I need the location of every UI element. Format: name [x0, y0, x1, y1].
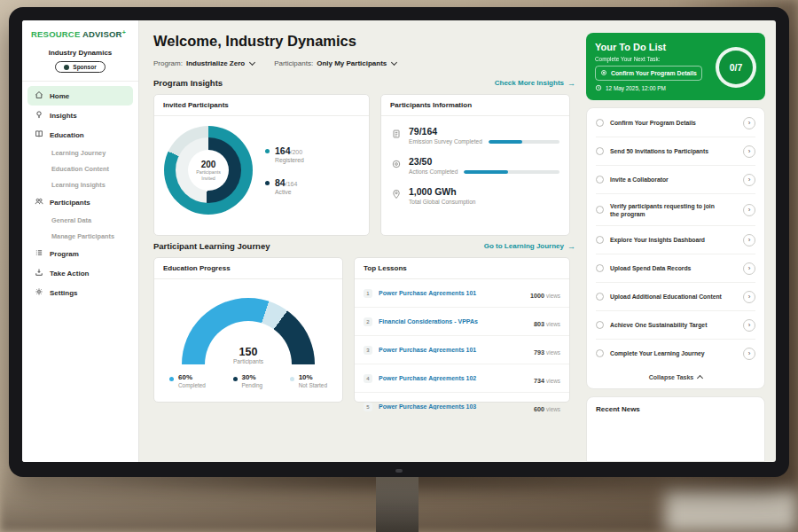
sidebar-item-education[interactable]: Education [27, 125, 133, 145]
lesson-link[interactable]: Power Purchase Agreements 101 [379, 290, 524, 296]
sidebar-nav: Home Insights Education Learning Journey… [22, 82, 138, 307]
lesson-row: 4 Power Purchase Agreements 102 734views [355, 364, 569, 393]
task-checkbox[interactable] [596, 349, 604, 357]
clock-icon [595, 84, 602, 92]
sidebar-item-settings[interactable]: Settings [27, 283, 133, 302]
sidebar-item-manage-participants[interactable]: Manage Participants [27, 228, 133, 244]
education-card-body: 150 Participants 60% Completed [154, 279, 342, 398]
task-chevron-button[interactable]: › [743, 234, 755, 246]
chevron-right-icon: › [748, 176, 751, 184]
logo-text-secondary: ADVISOR [82, 29, 122, 39]
chevron-right-icon: › [748, 293, 751, 301]
task-checkbox[interactable] [596, 236, 604, 244]
card-title: Education Progress [154, 258, 342, 279]
donut-center-label: Participants Invited [191, 169, 226, 181]
lesson-rank: 1 [364, 289, 372, 298]
task-chevron-button[interactable]: › [743, 145, 755, 158]
education-gauge-chart: 150 Participants [182, 298, 315, 364]
stat-label: Actions Completed [409, 168, 458, 175]
task-list-card: Confirm Your Program Details › Send 50 I… [586, 107, 765, 389]
sidebar-item-program[interactable]: Program [27, 244, 133, 263]
task-checkbox[interactable] [596, 293, 604, 301]
todo-title: Your To Do List [595, 42, 702, 52]
collapse-tasks-link[interactable]: Collapse Tasks [596, 367, 755, 388]
check-more-insights-link[interactable]: Check More Insights → [495, 79, 575, 88]
gauge-legend: 60% Completed 30% Pending [164, 368, 332, 388]
gear-icon [35, 287, 43, 298]
go-to-learning-journey-link[interactable]: Go to Learning Journey → [484, 242, 575, 251]
registered-total: /200 [291, 149, 303, 155]
task-chevron-button[interactable]: › [743, 174, 755, 186]
sidebar-item-learning-journey[interactable]: Learning Journey [27, 145, 133, 160]
participants-dropdown[interactable]: Participants: Only My Participants [274, 59, 396, 67]
task-chevron-button[interactable]: › [743, 204, 755, 216]
task-checkbox[interactable] [596, 321, 604, 329]
sidebar-item-education-content[interactable]: Education Content [27, 160, 133, 176]
active-total: /164 [286, 181, 298, 187]
task-label: Explore Your Insights Dashboard [610, 236, 705, 244]
sidebar-item-general-data[interactable]: General Data [27, 212, 133, 228]
chevron-up-icon [697, 375, 703, 381]
sidebar-item-participants[interactable]: Participants [27, 192, 133, 212]
chevron-right-icon: › [748, 148, 751, 155]
lesson-link[interactable]: Power Purchase Agreements 103 [379, 403, 528, 410]
task-item[interactable]: Achieve One Sustainability Target › [596, 311, 755, 340]
legend-label: Pending [242, 382, 262, 388]
task-item[interactable]: Verify participants requesting to join t… [596, 194, 755, 226]
sidebar-item-insights[interactable]: Insights [27, 106, 133, 125]
power-led [395, 469, 403, 473]
lesson-row: 2 Financial Considerations - VPPAs 803vi… [355, 308, 569, 336]
task-item[interactable]: Explore Your Insights Dashboard › [596, 226, 755, 254]
task-item[interactable]: Complete Your Learning Journey › [596, 340, 755, 367]
task-checkbox[interactable] [596, 119, 604, 127]
lesson-views-count: 1000 [530, 292, 544, 300]
next-task-chip[interactable]: Confirm Your Program Details [595, 66, 702, 81]
lesson-link[interactable]: Power Purchase Agreements 101 [379, 347, 528, 353]
participants-dropdown-label: Participants: [274, 59, 313, 67]
task-chevron-button[interactable]: › [743, 348, 755, 360]
sidebar-item-home[interactable]: Home [27, 86, 133, 106]
legend-item-active: 84/164 Active [265, 177, 304, 195]
learning-journey-header: Participant Learning Journey Go to Learn… [153, 241, 575, 251]
participants-information-card: Participants Information 79/164 Emission… [380, 94, 570, 236]
task-item[interactable]: Upload Additional Educational Content › [596, 283, 755, 311]
stat-value: 1,000 GWh [409, 186, 559, 197]
task-checkbox[interactable] [596, 147, 604, 155]
arrow-right-icon: → [567, 79, 575, 88]
lesson-link[interactable]: Power Purchase Agreements 102 [379, 375, 528, 381]
task-chevron-button[interactable]: › [743, 319, 755, 332]
lesson-link[interactable]: Financial Considerations - VPPAs [379, 318, 528, 325]
task-chevron-button[interactable]: › [743, 291, 755, 303]
chevron-right-icon: › [748, 350, 751, 357]
sidebar-item-take-action[interactable]: Take Action [27, 263, 133, 283]
sidebar-item-label: Insights [50, 112, 77, 120]
people-icon [35, 197, 43, 207]
task-chevron-button[interactable]: › [743, 117, 755, 129]
next-task-label: Confirm Your Program Details [611, 70, 697, 76]
sponsor-icon [64, 65, 69, 70]
stat-progress-bar [464, 170, 559, 174]
registered-value: 164 [275, 145, 291, 156]
todo-summary-card: Your To Do List Complete Your Next Task:… [586, 33, 765, 100]
legend-value: 30% [242, 373, 262, 381]
task-chevron-button[interactable]: › [743, 262, 755, 275]
lesson-views-unit: views [546, 321, 560, 327]
stat-progress-fill [464, 170, 508, 174]
task-item[interactable]: Upload Spend Data Records › [596, 254, 755, 283]
task-item[interactable]: Confirm Your Program Details › [596, 109, 755, 137]
task-label: Upload Additional Educational Content [610, 293, 722, 301]
program-dropdown[interactable]: Program: Industrialize Zero [153, 59, 254, 67]
lesson-rank: 4 [364, 374, 372, 383]
book-icon [35, 129, 43, 140]
main-content: Welcome, Industry Dynamics Program: Indu… [139, 20, 586, 462]
chevron-right-icon: › [748, 237, 751, 244]
sidebar-item-label: Participants [50, 199, 90, 207]
sidebar-item-learning-insights[interactable]: Learning Insights [27, 176, 133, 192]
gauge-legend-dot [233, 377, 238, 381]
task-item[interactable]: Invite a Collaborator › [596, 166, 755, 194]
task-item[interactable]: Send 50 Invitations to Participants › [596, 137, 755, 166]
task-checkbox[interactable] [596, 176, 604, 184]
task-checkbox[interactable] [596, 206, 604, 214]
task-checkbox[interactable] [596, 264, 604, 272]
stat-actions-completed: 23/50 Actions Completed [391, 156, 559, 175]
